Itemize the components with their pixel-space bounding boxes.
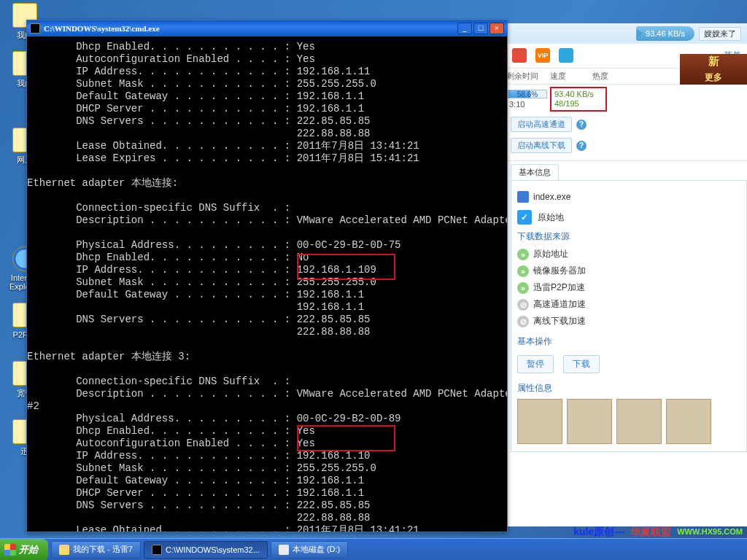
task-label: C:\WINDOWS\system32...	[166, 545, 260, 554]
progress-percent: 58.6%	[508, 90, 546, 98]
original-label: 原始地	[538, 211, 564, 224]
download-manager-window: 93.46 KB/s 嫂嫂来了 新 更多 菜单 剩余时间 速度 热度	[506, 23, 747, 526]
col-remaining: 剩余时间	[506, 69, 550, 84]
cmd-titlebar[interactable]: C:\WINDOWS\system32\cmd.exe _ □ ×	[27, 20, 507, 36]
src-offline: ⊘离线下载加速	[517, 313, 740, 330]
watermark-url: WWW.HX95.COM	[677, 525, 743, 538]
launch-highspeed-button[interactable]: 启动高速通道	[511, 117, 572, 132]
download-speed: 93.40 KB/s	[554, 90, 603, 99]
dl-header: 93.46 KB/s 嫂嫂来了	[506, 23, 747, 44]
tab-basic-info[interactable]: 基本信息	[511, 164, 559, 180]
cmd-output[interactable]: Dhcp Enabled. . . . . . . . . . . : Yes …	[27, 36, 507, 532]
src-highspeed: ⊘高速通道加速	[517, 296, 740, 313]
ops-title: 基本操作	[517, 335, 740, 348]
avatar[interactable]	[567, 399, 612, 444]
attr-title: 属性信息	[517, 382, 740, 394]
cmd-window: C:\WINDOWS\system32\cmd.exe _ □ × Dhcp E…	[26, 20, 508, 532]
taskbar: 开始 我的下载 - 迅雷7C:\WINDOWS\system32...本地磁盘 …	[0, 538, 747, 560]
desktop-background: 我的我的网上Internet ExplorerP2P终宽带迅 C:\WINDOW…	[0, 0, 747, 560]
progress-bar: 58.6%	[508, 90, 547, 98]
start-label: 开始	[19, 543, 38, 556]
sources-title: 下载数据来源	[517, 230, 740, 243]
launch-offline-button[interactable]: 启动离线下载	[511, 138, 572, 153]
download-row[interactable]: 58.6% 3:10 93.40 KB/s 48/195	[506, 85, 747, 114]
close-button[interactable]: ×	[489, 23, 504, 34]
col-speed: 速度	[550, 69, 592, 84]
taskbar-task-button[interactable]: C:\WINDOWS\system32...	[144, 541, 268, 559]
minimize-button[interactable]: _	[457, 23, 472, 34]
avatar[interactable]	[616, 399, 662, 444]
avatar[interactable]	[517, 399, 562, 444]
download-button[interactable]: 下载	[563, 355, 600, 373]
src-mirror: »镜像服务器加	[517, 262, 740, 279]
maximize-button[interactable]: □	[473, 23, 488, 34]
toolbar-safe-button[interactable]	[512, 48, 527, 63]
avatar[interactable]	[666, 399, 711, 444]
notification-button[interactable]: 嫂嫂来了	[699, 27, 741, 41]
toolbar-vip-button[interactable]	[535, 48, 550, 63]
start-button[interactable]: 开始	[0, 539, 48, 561]
watermark: kule原创--- 华夏联盟 WWW.HX95.COM	[569, 525, 747, 538]
toolbar-chaoqing-button[interactable]	[559, 48, 573, 63]
watermark-kule: kule原创---	[573, 525, 624, 538]
col-hot: 热度	[592, 69, 622, 84]
pause-button[interactable]: 暂停	[517, 355, 554, 373]
folder-icon	[59, 545, 69, 555]
file-type-icon	[517, 191, 529, 203]
download-sources-count: 48/195	[554, 99, 603, 109]
task-label: 我的下载 - 迅雷7	[73, 544, 133, 555]
side-panel: 基本信息 index.exe ✓ 原始地 下载数据来源 »原始地址 »镜像服务器…	[506, 160, 747, 452]
global-speed-badge: 93.46 KB/s	[636, 26, 694, 41]
file-name: index.exe	[533, 192, 570, 202]
disk-icon	[279, 545, 289, 555]
cmd-title-text: C:\WINDOWS\system32\cmd.exe	[44, 24, 160, 33]
help-icon[interactable]: ?	[576, 141, 587, 151]
taskbar-task-button[interactable]: 本地磁盘 (D:)	[271, 541, 348, 559]
help-icon[interactable]: ?	[576, 120, 587, 130]
task-label: 本地磁盘 (D:)	[293, 544, 340, 555]
global-speed-value: 93.46 KB/s	[646, 29, 685, 38]
windows-flag-icon	[4, 544, 16, 556]
src-p2p: »迅雷P2P加速	[517, 279, 740, 296]
check-icon: ✓	[517, 210, 532, 225]
avatar-strip	[517, 399, 740, 444]
watermark-hx: 华夏联盟	[630, 525, 671, 538]
ad-corner[interactable]: 新 更多	[680, 54, 747, 85]
taskbar-task-button[interactable]: 我的下载 - 迅雷7	[51, 541, 141, 559]
cmd-icon	[30, 23, 40, 34]
time-remaining: 3:10	[508, 100, 547, 109]
src-original: »原始地址	[517, 246, 740, 262]
speed-highlight-box: 93.40 KB/s 48/195	[550, 87, 607, 112]
cmd-icon	[152, 545, 162, 555]
